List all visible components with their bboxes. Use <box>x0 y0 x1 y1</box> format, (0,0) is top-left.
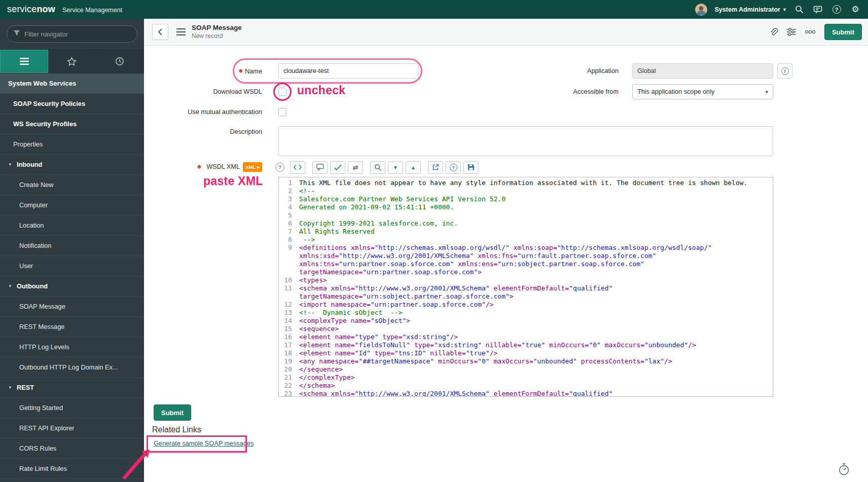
comment-icon[interactable] <box>312 161 328 174</box>
more-options-icon[interactable] <box>805 30 816 34</box>
line-number: 6 <box>281 219 299 228</box>
sidebar-item-label: Inbound <box>17 161 42 168</box>
sidebar-item-label: Create New <box>19 181 54 189</box>
gear-icon[interactable]: ⚙ <box>850 4 861 15</box>
product-name: Service Management <box>62 7 122 14</box>
sidebar-item-create-new[interactable]: Create New <box>0 175 144 195</box>
save-icon[interactable] <box>463 161 479 174</box>
sidebar-item-label: Notification <box>19 242 51 249</box>
sidebar-item-soap-message[interactable]: SOAP Message <box>0 296 144 317</box>
code-text: Copyright 1999-2021 salesforce.com, inc. <box>299 219 768 228</box>
application-navigator: System Web ServicesSOAP Security Policie… <box>0 19 144 482</box>
sidebar-item-label: HTTP Log Levels <box>19 343 69 351</box>
tab-all-applications[interactable] <box>0 50 48 73</box>
sidebar-item-rest[interactable]: ▼REST <box>0 378 144 398</box>
sidebar-item-computer[interactable]: Computer <box>0 195 144 215</box>
search-icon[interactable] <box>370 161 385 174</box>
line-number: 2 <box>281 187 299 195</box>
line-number: 8 <box>281 236 299 244</box>
sidebar-item-outbound[interactable]: ▼Outbound <box>0 276 144 296</box>
mutual-auth-checkbox[interactable] <box>278 108 286 116</box>
sidebar-item-http-log-levels[interactable]: HTTP Log Levels <box>0 337 144 357</box>
logo-bold: now <box>37 4 55 14</box>
find-next-icon[interactable]: ▼ <box>388 161 403 174</box>
download-wsdl-checkbox[interactable] <box>278 88 286 96</box>
attachment-paperclip-icon[interactable] <box>769 27 778 36</box>
help-icon[interactable]: ? <box>831 4 842 15</box>
line-number: 3 <box>281 195 299 203</box>
editor-help-icon[interactable]: ? <box>446 161 461 174</box>
sidebar-item-properties[interactable]: Properties <box>0 134 144 155</box>
global-search-icon[interactable] <box>793 4 805 15</box>
sidebar-item-getting-started[interactable]: Getting Started <box>0 398 144 418</box>
form-context-menu-icon[interactable] <box>176 28 186 35</box>
code-line: 3Salesforce.com Partner Web Services API… <box>281 195 768 203</box>
form-header-actions: Submit <box>769 24 862 40</box>
sidebar-item-ws-security-profiles[interactable]: WS Security Profiles <box>0 114 144 134</box>
spellcheck-icon[interactable] <box>330 161 345 174</box>
code-line: 11<schema xmlns="http://www.w3.org/2001/… <box>281 284 768 301</box>
line-number: 16 <box>281 333 299 341</box>
submit-button-header[interactable]: Submit <box>824 24 862 40</box>
sidebar-item-user[interactable]: User <box>0 256 144 276</box>
format-code-icon[interactable] <box>290 161 305 174</box>
code-text: <!-- <box>299 187 768 195</box>
form-subtitle: New record <box>192 32 242 40</box>
sidebar-item-rest-message[interactable]: REST Message <box>0 317 144 337</box>
line-number: 5 <box>281 211 299 219</box>
description-textarea[interactable] <box>278 126 773 156</box>
line-number: 9 <box>281 244 299 276</box>
back-button[interactable] <box>152 24 168 40</box>
name-input[interactable] <box>278 63 418 79</box>
tab-history[interactable] <box>96 50 144 73</box>
sidebar-item-label: Rate Limit Rules <box>19 465 67 472</box>
sidebar-item-cors-rules[interactable]: CORS Rules <box>0 438 144 459</box>
sidebar-item-rate-limit-rules[interactable]: Rate Limit Rules <box>0 459 144 479</box>
code-line: 21</complexType> <box>281 374 768 382</box>
avatar[interactable] <box>695 4 707 16</box>
wsdl-xml-viewer[interactable]: 1This XML file does not appear to have a… <box>278 177 773 397</box>
code-line: 9<definitions xmlns="http://schemas.xmls… <box>281 244 768 276</box>
xml-badge[interactable]: XML▸ <box>243 162 262 172</box>
sidebar-item-soap-security-policies[interactable]: SOAP Security Policies <box>0 94 144 114</box>
sidebar-item-system-web-services[interactable]: System Web Services <box>0 73 144 94</box>
sidebar-item-notification[interactable]: Notification <box>0 236 144 256</box>
find-previous-icon[interactable]: ▲ <box>406 161 421 174</box>
code-text: <any namespace="##targetNamespace" minOc… <box>299 357 768 365</box>
code-text: Salesforce.com Partner Web Services API … <box>299 195 768 203</box>
filter-funnel-icon <box>13 29 20 39</box>
line-number: 19 <box>281 357 299 365</box>
filter-row <box>0 19 144 49</box>
chat-icon[interactable] <box>812 4 823 15</box>
code-line: 17<element name="fieldsToNull" type="xsd… <box>281 341 768 349</box>
sidebar-item-label: Getting Started <box>19 404 63 412</box>
mandatory-icon: ✱ <box>197 163 201 171</box>
tab-favorites[interactable] <box>48 50 96 73</box>
field-help-icon[interactable]: ? <box>275 163 284 172</box>
filter-navigator-input[interactable] <box>24 30 131 38</box>
application-info-button[interactable]: i <box>777 63 792 79</box>
generate-sample-soap-messages-link[interactable]: Generate sample SOAP messages <box>154 440 254 447</box>
personalize-form-icon[interactable] <box>787 28 796 36</box>
brand: servicenow Service Management <box>7 4 122 15</box>
sidebar-item-outbound-http-log-domain-ex[interactable]: Outbound HTTP Log Domain Ex... <box>0 357 144 378</box>
code-text <box>299 211 768 219</box>
submit-button[interactable]: Submit <box>154 404 191 421</box>
replace-icon[interactable]: ⇄ <box>348 161 363 174</box>
response-time-icon[interactable] <box>838 462 850 478</box>
open-in-new-icon[interactable] <box>428 161 443 174</box>
nav-list: System Web ServicesSOAP Security Policie… <box>0 73 144 482</box>
line-number: 13 <box>281 309 299 317</box>
accessible-from-select[interactable]: This application scope only ▾ <box>632 84 773 99</box>
code-lines: 1This XML file does not appear to have a… <box>281 179 768 397</box>
form-header: SOAP Message New record Submit <box>144 19 868 46</box>
sidebar-item-rest-api-explorer[interactable]: REST API Explorer <box>0 418 144 438</box>
sidebar-item-inbound[interactable]: ▼Inbound <box>0 155 144 175</box>
sidebar-item-location[interactable]: Location <box>0 215 144 236</box>
header-actions: System Administrator ▾ ? ⚙ <box>695 4 861 16</box>
user-menu[interactable]: System Administrator ▾ <box>715 6 786 13</box>
download-wsdl-label: Download WSDL <box>140 88 262 96</box>
application-field: Global <box>632 63 773 79</box>
code-text: <types> <box>299 276 768 284</box>
sidebar-item-label: SOAP Security Policies <box>13 100 85 107</box>
